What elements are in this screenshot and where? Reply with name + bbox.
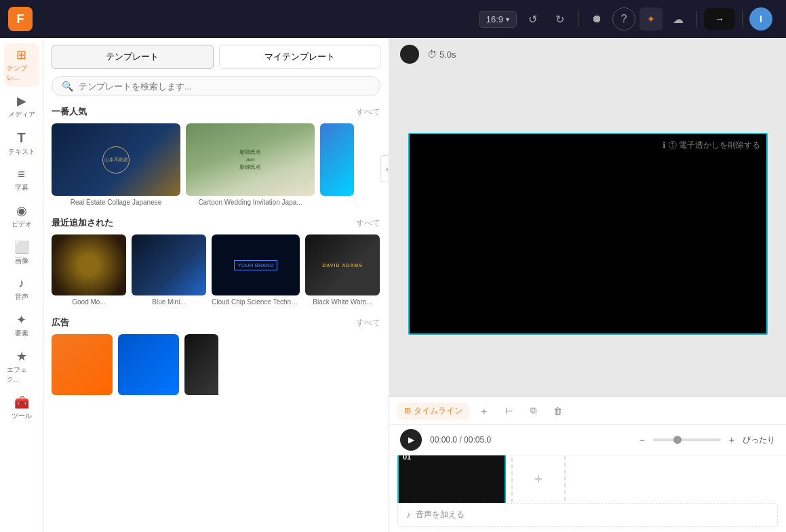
- audio-icon: ♪: [18, 277, 24, 291]
- template-tabs: テンプレート マイテンプレート: [43, 38, 389, 69]
- magic-button[interactable]: ✦: [640, 7, 663, 30]
- subtitle-icon: ≡: [18, 167, 25, 182]
- timeline-scenes: 01 +: [389, 455, 786, 503]
- template-label-cc: Cloud Chip Science Technology ...: [212, 298, 300, 306]
- recent-title: 最近追加された: [52, 217, 113, 229]
- tab-template[interactable]: テンプレート: [52, 45, 214, 69]
- wedding-text: 新郎氏名and新婦氏名: [239, 148, 261, 171]
- text-icon: T: [17, 130, 25, 146]
- canvas-viewport: ℹ ① 電子透かしを削除する: [389, 70, 786, 396]
- sidebar-item-image[interactable]: ⬜ 画像: [4, 236, 39, 270]
- main-layout: ⊞ テンプレ... ▶ メディア T テキスト ≡ 字幕 ◉ ビデオ ⬜ 画像 …: [0, 38, 786, 532]
- cc-brand: YOUR BRAND: [234, 260, 277, 270]
- media-icon: ▶: [17, 94, 26, 108]
- topbar: F 16:9 ▾ ↺ ↻ ⏺ ? ✦ ☁ → I: [0, 0, 786, 38]
- redo-button[interactable]: ↻: [548, 7, 571, 30]
- template-panel: テンプレート マイテンプレート 🔍 一番人気 すべて 山本不動産: [43, 38, 389, 532]
- split-button[interactable]: ⊢: [499, 401, 518, 420]
- undo-button[interactable]: ↺: [521, 7, 544, 30]
- template-label-re: Real Estate Collage Japanese: [52, 199, 180, 206]
- watermark-overlay[interactable]: ℹ ① 電子透かしを削除する: [657, 134, 766, 157]
- sidebar-item-audio[interactable]: ♪ 音声: [4, 272, 39, 306]
- search-area: 🔍: [43, 69, 389, 103]
- scroll-right-arrow[interactable]: ›: [380, 155, 389, 182]
- zoom-slider[interactable]: [653, 438, 721, 441]
- zoom-plus-icon[interactable]: +: [729, 434, 734, 445]
- template-label-bw: Black White Warn...: [305, 298, 380, 306]
- record-button[interactable]: ⏺: [585, 7, 608, 30]
- recent-section-header: 最近追加された すべて: [43, 214, 389, 234]
- sidebar-item-effect[interactable]: ★ エフェク...: [4, 345, 39, 388]
- avatar[interactable]: I: [749, 7, 772, 30]
- popular-templates: 山本不動産 Real Estate Collage Japanese 新郎氏名a…: [43, 123, 389, 214]
- template-card-cloud-chip[interactable]: YOUR BRAND Cloud Chip Science Technology…: [212, 234, 300, 306]
- export-button[interactable]: →: [704, 8, 735, 30]
- ad-see-all[interactable]: すべて: [356, 317, 380, 329]
- popular-title: 一番人気: [52, 106, 87, 118]
- zoom-thumb: [673, 436, 682, 444]
- search-box: 🔍: [52, 76, 380, 96]
- popular-section-header: 一番人気 すべて: [43, 103, 389, 123]
- clock-icon: ⏱: [427, 49, 437, 60]
- template-card-blue-mini[interactable]: Blue Mini...: [132, 234, 206, 306]
- delete-button[interactable]: 🗑: [548, 401, 567, 420]
- search-input[interactable]: [79, 81, 370, 91]
- help-button[interactable]: ?: [612, 7, 635, 30]
- da-name: DAVID ADAMS: [322, 263, 363, 268]
- tool-icon: 🧰: [14, 395, 29, 410]
- timeline-tab-button[interactable]: ⊞ タイムライン: [397, 403, 469, 420]
- re-circle: 山本不動産: [102, 146, 130, 173]
- template-card-real-estate[interactable]: 山本不動産 Real Estate Collage Japanese: [52, 123, 180, 206]
- ad-templates: [43, 334, 389, 415]
- sidebar-item-media[interactable]: ▶ メディア: [4, 89, 39, 123]
- ratio-selector[interactable]: 16:9 ▾: [479, 11, 517, 28]
- template-card-good-morning[interactable]: Good Mo...: [52, 234, 126, 306]
- ad-section-header: 広告 すべて: [43, 314, 389, 334]
- add-audio-bar[interactable]: ♪ 音声を加える: [397, 503, 778, 527]
- time-display: 00:00.0 / 00:05.0: [430, 435, 491, 445]
- scene-01-thumb[interactable]: 01: [397, 455, 506, 503]
- template-card-black-white[interactable]: DAVID ADAMS Black White Warn...: [305, 234, 380, 306]
- template-card-wedding[interactable]: 新郎氏名and新婦氏名 Cartoon Wedding Invitation J…: [186, 123, 315, 206]
- search-icon: 🔍: [62, 81, 73, 91]
- divider2: [696, 11, 697, 27]
- image-icon: ⬜: [14, 240, 29, 255]
- recent-see-all[interactable]: すべて: [356, 218, 380, 229]
- popular-see-all[interactable]: すべて: [356, 106, 380, 118]
- sidebar-item-template[interactable]: ⊞ テンプレ...: [4, 43, 39, 87]
- element-icon: ✦: [16, 312, 26, 327]
- sidebar-item-tool[interactable]: 🧰 ツール: [4, 391, 39, 425]
- template-label-gm: Good Mo...: [52, 298, 126, 306]
- effect-icon: ★: [16, 349, 27, 364]
- canvas-frame: ℹ ① 電子透かしを削除する: [408, 133, 768, 335]
- logo-button[interactable]: F: [8, 7, 33, 31]
- hashtag-icon: ⊞: [404, 406, 411, 415]
- fit-button[interactable]: ぴったり: [743, 434, 775, 446]
- template-card-self-intro[interactable]: Self In...: [320, 123, 354, 196]
- sidebar-item-video[interactable]: ◉ ビデオ: [4, 199, 39, 233]
- add-scene-button[interactable]: +: [475, 401, 494, 420]
- sidebar-item-element[interactable]: ✦ 要素: [4, 308, 39, 342]
- video-icon: ◉: [16, 203, 27, 218]
- timeline-area: ⊞ タイムライン + ⊢ ⧉ 🗑 ▶ 00:00.0 / 00:05.0: [389, 396, 786, 532]
- playback-bar: ▶ 00:00.0 / 00:05.0 − + ぴったり: [389, 425, 786, 455]
- divider: [578, 11, 578, 27]
- music-icon: ♪: [406, 510, 410, 520]
- info-icon: ℹ: [663, 140, 666, 150]
- template-label-bm: Blue Mini...: [132, 298, 206, 306]
- scene-dot: [400, 45, 419, 64]
- template-card-ad3[interactable]: [184, 334, 218, 407]
- zoom-minus-icon[interactable]: −: [640, 434, 645, 445]
- copy-button[interactable]: ⧉: [524, 401, 543, 420]
- sidebar-item-subtitle[interactable]: ≡ 字幕: [4, 163, 39, 197]
- ad-title: 広告: [52, 316, 69, 329]
- add-scene-button-plus[interactable]: +: [511, 455, 566, 503]
- template-label-wedding: Cartoon Wedding Invitation Japa...: [186, 199, 315, 206]
- tab-my-template[interactable]: マイテンプレート: [219, 45, 381, 69]
- template-card-ad2[interactable]: [118, 334, 179, 407]
- canvas-info-bar: ⏱ 5.0s: [389, 38, 786, 70]
- play-button[interactable]: ▶: [400, 429, 422, 451]
- cloud-button[interactable]: ☁: [667, 7, 690, 30]
- sidebar-item-text[interactable]: T テキスト: [4, 126, 39, 161]
- template-card-ad1[interactable]: [52, 334, 113, 407]
